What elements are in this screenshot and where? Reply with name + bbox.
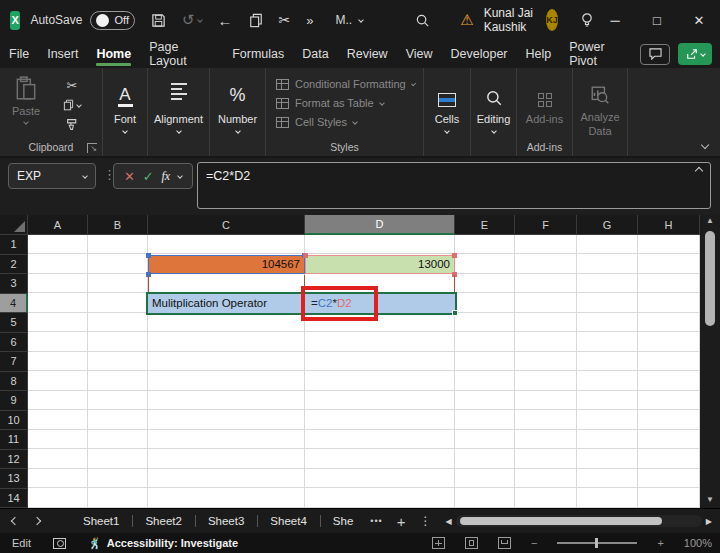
maximize-button[interactable]: □ [636, 0, 678, 40]
vertical-scrollbar[interactable]: ▲ ▼ [700, 215, 720, 508]
warning-icon[interactable]: ⚠ [460, 11, 473, 29]
font-menu-button[interactable]: A Font [103, 68, 147, 156]
previous-sheet-icon[interactable] [11, 517, 19, 525]
zoom-in-icon[interactable]: + [657, 537, 663, 549]
sheet-tab-2[interactable]: Sheet2 [132, 509, 194, 533]
quick-access-overflow-icon[interactable]: » [306, 13, 313, 28]
normal-view-icon[interactable] [432, 537, 445, 549]
tab-help[interactable]: Help [517, 42, 561, 67]
copy-icon[interactable] [249, 13, 263, 28]
column-header-a[interactable]: A [28, 215, 88, 235]
row-header-11[interactable]: 11 [0, 430, 28, 450]
search-icon[interactable] [415, 13, 430, 28]
clipboard-dialog-launcher-icon[interactable]: ↘ [87, 143, 97, 153]
row-header-5[interactable]: 5 [0, 313, 28, 333]
tab-review[interactable]: Review [338, 42, 397, 67]
excel-logo-icon[interactable]: X [10, 11, 20, 30]
row-header-8[interactable]: 8 [0, 372, 28, 392]
format-painter-icon[interactable] [66, 117, 79, 135]
row-header-10[interactable]: 10 [0, 411, 28, 431]
tab-data[interactable]: Data [293, 42, 337, 67]
share-button[interactable] [678, 43, 712, 65]
lightbulb-icon[interactable] [580, 12, 594, 28]
tab-formulas[interactable]: Formulas [223, 42, 293, 67]
fill-handle-icon[interactable] [452, 310, 458, 316]
scroll-up-icon[interactable]: ▲ [706, 215, 714, 227]
row-header-3[interactable]: 3 [0, 274, 28, 294]
cut-icon[interactable]: ✂ [279, 12, 291, 28]
scroll-right-icon[interactable]: ▶ [706, 517, 712, 526]
cell-d4[interactable]: =C2*D2 [305, 294, 455, 314]
autosave-toggle[interactable]: Off [90, 11, 134, 30]
copy-icon[interactable] [63, 99, 81, 111]
tab-file[interactable]: File [0, 42, 38, 67]
select-all-button[interactable] [0, 215, 28, 235]
format-as-table-button[interactable]: Format as Table [276, 97, 415, 109]
column-header-c[interactable]: C [148, 215, 305, 235]
cut-icon[interactable]: ✂ [67, 78, 78, 93]
zoom-slider[interactable] [557, 542, 637, 544]
range-handle-icon[interactable] [146, 253, 151, 258]
new-sheet-icon[interactable]: + [397, 513, 406, 530]
accessibility-checker[interactable]: 🕺 Accessibility: Investigate [88, 537, 238, 550]
row-header-2[interactable]: 2 [0, 255, 28, 275]
range-handle-icon[interactable] [452, 253, 457, 258]
column-header-e[interactable]: E [455, 215, 515, 235]
row-header-7[interactable]: 7 [0, 352, 28, 372]
more-sheets-icon[interactable]: ••• [370, 516, 382, 526]
back-arrow-icon[interactable]: ← [218, 12, 233, 29]
sheet-tab-1[interactable]: Sheet1 [70, 509, 132, 533]
zoom-level[interactable]: 100% [684, 537, 712, 549]
page-break-view-icon[interactable] [498, 537, 511, 549]
sheet-tab-5[interactable]: She [320, 509, 366, 533]
sheet-tab-4[interactable]: Sheet4 [257, 509, 319, 533]
sheet-tab-3[interactable]: Sheet3 [195, 509, 257, 533]
row-header-12[interactable]: 12 [0, 450, 28, 470]
alignment-menu-button[interactable]: Alignment [148, 68, 209, 156]
number-menu-button[interactable]: % Number [210, 68, 265, 156]
row-header-13[interactable]: 13 [0, 469, 28, 489]
enter-icon[interactable]: ✓ [143, 169, 154, 184]
cell-c2[interactable]: 104567 [148, 255, 305, 275]
tab-insert[interactable]: Insert [38, 42, 87, 67]
vertical-scrollbar-thumb[interactable] [705, 231, 715, 326]
formula-input[interactable]: =C2*D2 [197, 162, 711, 209]
cell-d2[interactable]: 13000 [305, 255, 455, 275]
tab-developer[interactable]: Developer [442, 42, 517, 67]
column-header-f[interactable]: F [515, 215, 577, 235]
save-icon[interactable] [151, 13, 166, 28]
cells-menu-button[interactable]: Cells [424, 68, 470, 156]
horizontal-scrollbar[interactable]: ◀ ▶ [446, 514, 713, 528]
close-button[interactable]: ✕ [678, 0, 720, 40]
cell-c4[interactable]: Mulitplication Operator [148, 294, 305, 314]
next-sheet-icon[interactable] [33, 517, 41, 525]
editing-menu-button[interactable]: Editing [471, 68, 516, 156]
document-menu[interactable]: M.. [336, 13, 364, 27]
avatar[interactable]: KJ [546, 9, 558, 31]
comments-button[interactable] [640, 44, 670, 65]
column-header-b[interactable]: B [88, 215, 148, 235]
page-layout-view-icon[interactable] [465, 537, 478, 549]
column-header-d[interactable]: D [305, 215, 455, 235]
row-header-9[interactable]: 9 [0, 391, 28, 411]
cancel-icon[interactable]: ✕ [124, 169, 135, 184]
range-handle-icon[interactable] [303, 253, 308, 258]
user-name[interactable]: Kunal Jai Kaushik [484, 6, 536, 34]
scroll-down-icon[interactable]: ▼ [706, 494, 714, 506]
sheet-options-icon[interactable]: ⋮ [420, 514, 432, 528]
collapse-ribbon-icon[interactable] [701, 141, 709, 149]
row-header-4[interactable]: 4 [0, 294, 28, 314]
scroll-left-icon[interactable]: ◀ [446, 517, 452, 526]
tab-home[interactable]: Home [87, 42, 140, 67]
cell-c3[interactable] [148, 275, 305, 293]
column-header-h[interactable]: H [638, 215, 700, 235]
insert-function-icon[interactable]: fx [162, 169, 171, 184]
cell-styles-button[interactable]: Cell Styles [276, 116, 415, 128]
conditional-formatting-button[interactable]: Conditional Formatting [276, 78, 415, 90]
horizontal-scrollbar-thumb[interactable] [460, 517, 662, 525]
column-header-g[interactable]: G [577, 215, 638, 235]
zoom-out-icon[interactable]: − [531, 537, 537, 549]
row-header-6[interactable]: 6 [0, 333, 28, 353]
zoom-slider-handle[interactable] [595, 538, 598, 548]
tab-view[interactable]: View [397, 42, 442, 67]
